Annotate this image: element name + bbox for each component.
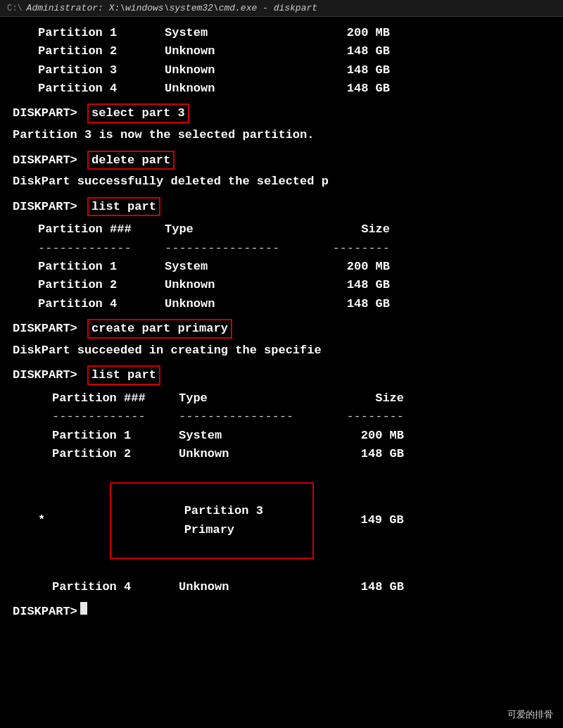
table-row: Partition 3 Unknown 148 GB	[38, 61, 550, 80]
prompt: DISKPART>	[13, 320, 84, 338]
prompt: DISKPART>	[13, 104, 84, 123]
terminal: Partition 1 System 200 MB Partition 2 Un…	[0, 17, 563, 725]
star-indicator: *	[38, 511, 52, 529]
col-type: Unknown	[165, 61, 305, 80]
table-row: Partition 2 Unknown 148 GB	[38, 445, 550, 463]
col-partition: Partition 2	[38, 42, 165, 61]
delete-part-command-line: DISKPART> delete part	[13, 151, 550, 170]
terminal-icon: C:\	[7, 4, 23, 13]
delete-part-output: DiskPart successfully deleted the select…	[13, 172, 550, 191]
col-partition: Partition 3	[38, 61, 165, 80]
col-partition: Partition 4	[38, 80, 165, 98]
col-partition: Partition 1	[38, 24, 165, 42]
col-type: Unknown	[165, 42, 305, 61]
select-part-command-line: DISKPART> select part 3	[13, 103, 550, 123]
col-size: 148 GB	[305, 42, 390, 61]
prompt: DISKPART>	[13, 603, 77, 621]
table-row: Partition 1 System 200 MB	[38, 258, 550, 276]
col-type: Unknown	[165, 80, 305, 98]
title-text: Administrator: X:\windows\system32\cmd.e…	[27, 3, 317, 13]
table-row: Partition 1 System 200 MB	[38, 24, 550, 42]
create-part-command-line: DISKPART> create part primary	[13, 319, 550, 339]
list-part-command-line-2: DISKPART> list part	[13, 365, 550, 385]
table-row: Partition 2 Unknown 148 GB	[38, 276, 550, 294]
create-part-cmd: create part primary	[87, 319, 232, 339]
col-type: System	[165, 24, 305, 42]
table-row: Partition 4 Unknown 148 GB	[38, 295, 550, 313]
initial-partition-list: Partition 1 System 200 MB Partition 2 Un…	[13, 24, 550, 98]
select-part-cmd: select part 3	[87, 103, 189, 123]
col-size: 148 GB	[305, 80, 390, 98]
list-part-command-line-1: DISKPART> list part	[13, 197, 550, 217]
partition-list-2: Partition ### Type Size ------------- --…	[13, 389, 550, 596]
table-row: Partition 1 System 200 MB	[38, 427, 550, 445]
col-size: 200 MB	[305, 24, 390, 42]
table-separator: ------------- ---------------- --------	[38, 239, 550, 258]
table-row-highlighted: * Partition 3 Primary 149 GB	[38, 463, 550, 577]
table-row: Partition 2 Unknown 148 GB	[38, 42, 550, 61]
partition-list-1: Partition ### Type Size ------------- --…	[13, 220, 550, 313]
table-separator: ------------- ---------------- --------	[38, 408, 550, 426]
table-row: Partition 4 Unknown 148 GB	[38, 80, 550, 98]
prompt: DISKPART>	[13, 366, 84, 384]
list-part-cmd-1: list part	[87, 197, 160, 217]
delete-part-cmd: delete part	[87, 151, 175, 170]
watermark: 可爱的排骨	[507, 708, 553, 721]
final-prompt-line[interactable]: DISKPART>	[13, 602, 550, 621]
table-header: Partition ### Type Size	[38, 389, 550, 408]
col-size: 148 GB	[305, 61, 390, 80]
cursor	[80, 602, 87, 615]
create-part-output: DiskPart succeeded in creating the speci…	[13, 341, 550, 360]
title-bar: C:\ Administrator: X:\windows\system32\c…	[0, 0, 563, 17]
prompt: DISKPART>	[13, 151, 84, 170]
list-part-cmd-2: list part	[87, 365, 160, 385]
table-row: Partition 4 Unknown 148 GB	[38, 578, 550, 596]
table-header: Partition ### Type Size	[38, 220, 550, 239]
prompt: DISKPART>	[13, 198, 84, 216]
select-part-output: Partition 3 is now the selected partitio…	[13, 126, 550, 144]
